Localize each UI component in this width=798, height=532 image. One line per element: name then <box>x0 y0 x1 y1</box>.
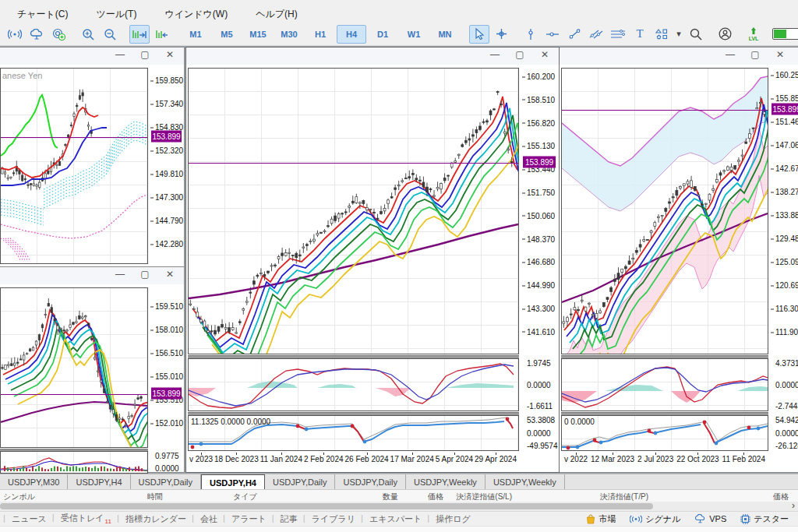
bid-price-badge: 153.899 <box>151 388 182 400</box>
time-axis[interactable]: v 202318 Dec 202311 Jan 20242 Feb 202426… <box>189 453 517 463</box>
tab-usdjpy-h4-active[interactable]: USDJPY,H4 <box>201 474 265 490</box>
timeframe-m5[interactable]: M5 <box>212 25 242 44</box>
toolbox-tab-journal[interactable]: 操作ログ <box>429 513 478 525</box>
status-bar <box>0 526 798 532</box>
price-scale[interactable]: 160.250155.855151.460147.065142.670138.2… <box>770 65 798 472</box>
timeframe-w1[interactable]: W1 <box>399 25 429 44</box>
channel-tool[interactable] <box>586 25 606 44</box>
minimize-button[interactable]: — <box>114 269 126 280</box>
chart-window-bottom-left[interactable]: — ▢ ✕ 159.510158.010156.510155.010153.51… <box>0 266 185 473</box>
timeframe-h1[interactable]: H1 <box>305 25 335 44</box>
toolbox-tab-company[interactable]: 会社 <box>193 513 224 525</box>
tab-usdjpy-m30[interactable]: USDJPY,M30 <box>0 474 68 490</box>
broadcast-icon[interactable] <box>5 25 25 44</box>
tab-usdjpy-daily[interactable]: USDJPY,Daily <box>131 474 202 490</box>
menu-chart[interactable]: チャート(C) <box>6 6 79 23</box>
market-button[interactable]: 市場 <box>586 513 616 525</box>
chart-shift-button[interactable] <box>151 25 171 44</box>
timeframe-m1[interactable]: M1 <box>181 25 210 44</box>
tab-usdjpy-weekly[interactable]: USDJPY,Weekly <box>406 474 486 490</box>
price-chart[interactable] <box>0 287 148 448</box>
price-chart[interactable] <box>188 68 519 354</box>
lvl-level-icon[interactable]: LVL <box>743 25 764 44</box>
scrollbar-thumb[interactable] <box>0 503 653 509</box>
toolbox-tab-alerts[interactable]: アラート <box>224 513 274 525</box>
macd-subwindow[interactable] <box>561 358 768 411</box>
account-icon[interactable] <box>715 25 735 44</box>
toolbox-tab-calendar[interactable]: 指標カレンダー <box>118 513 193 525</box>
search-icon[interactable] <box>686 25 706 44</box>
minimize-button[interactable]: — <box>724 49 736 60</box>
crosshair-tool-button[interactable] <box>491 25 511 44</box>
zoom-out-icon[interactable] <box>100 25 120 44</box>
window-titlebar[interactable]: — ▢ ✕ <box>0 267 184 285</box>
minimize-button[interactable]: — <box>114 49 126 60</box>
chart-tab-bar: USDJPY,M30 USDJPY,H4 USDJPY,Daily USDJPY… <box>0 474 798 490</box>
toolbox-tab-library[interactable]: ライブラリ <box>305 513 362 525</box>
maximize-button[interactable]: ▢ <box>139 269 151 280</box>
cloud-icon[interactable] <box>26 25 47 44</box>
vps-cloud-icon <box>694 514 706 523</box>
timeframe-mn[interactable]: MN <box>430 25 460 44</box>
close-button[interactable]: ✕ <box>164 269 176 280</box>
timeframe-m30[interactable]: M30 <box>274 25 304 44</box>
toolbox-tab-news[interactable]: ニュース <box>5 513 54 525</box>
window-titlebar[interactable]: — ▢ ✕ <box>560 48 798 65</box>
menu-tools[interactable]: ツール(T) <box>86 6 148 23</box>
tester-button[interactable]: テスター <box>740 513 789 525</box>
vertical-line-tool[interactable] <box>521 25 541 44</box>
zoom-in-icon[interactable] <box>78 25 98 44</box>
tab-usdjpy-daily-2[interactable]: USDJPY,Daily <box>265 474 336 490</box>
tab-usdjpy-weekly-2[interactable]: USDJPY,Weekly <box>486 474 565 490</box>
macd-subwindow[interactable] <box>188 358 519 411</box>
maximize-button[interactable]: ▢ <box>749 49 761 60</box>
price-scale[interactable]: 160.200158.510156.820155.130153.440151.7… <box>521 65 559 472</box>
scroll-right-icon[interactable]: › <box>792 500 795 511</box>
chart-window-center-active[interactable]: — ▢ ✕ 11.1325 0.0000 0.0000 v 202318 Dec… <box>185 47 560 473</box>
toolbox-tab-experts[interactable]: エキスパート <box>362 513 429 525</box>
oscillator-subwindow[interactable]: 0 0.0000 <box>561 415 768 451</box>
toolbox-tab-articles[interactable]: 記事 <box>274 513 305 525</box>
menu-window[interactable]: ウインドウ(W) <box>154 6 238 23</box>
close-button[interactable]: ✕ <box>538 49 551 60</box>
timeframe-h4[interactable]: H4 <box>337 25 366 44</box>
maximize-button[interactable]: ▢ <box>139 49 151 60</box>
shapes-dropdown-icon[interactable]: ▾ <box>673 25 684 44</box>
inbox-count-badge: 11 <box>105 518 111 525</box>
price-scale[interactable]: 159.510158.010156.510155.010153.510152.0… <box>150 284 185 472</box>
timeframe-m15[interactable]: M15 <box>243 25 273 44</box>
cursor-tool-button[interactable] <box>469 25 489 44</box>
text-tool[interactable]: T <box>630 25 650 44</box>
timeframe-d1[interactable]: D1 <box>368 25 397 44</box>
time-axis[interactable]: v 202212 Mar 20232 Jul 202322 Oct 202311… <box>564 453 765 463</box>
fibonacci-tool[interactable] <box>608 25 628 44</box>
oscillator-subwindow[interactable]: 11.1325 0.0000 0.0000 <box>188 415 519 451</box>
auto-scroll-button[interactable] <box>129 25 150 44</box>
maximize-button[interactable]: ▢ <box>514 49 526 60</box>
community-add-icon[interactable] <box>48 25 69 44</box>
menu-help[interactable]: ヘルプ(H) <box>245 6 309 23</box>
window-titlebar[interactable]: — ▢ ✕ <box>0 48 184 65</box>
oscillator-subwindow[interactable] <box>0 451 148 474</box>
tab-usdjpy-daily-3[interactable]: USDJPY,Daily <box>335 474 406 490</box>
bid-price-badge: 153.899 <box>772 104 798 115</box>
trendline-tool[interactable] <box>564 25 584 44</box>
horizontal-line-tool[interactable] <box>542 25 563 44</box>
price-chart[interactable] <box>561 68 768 354</box>
close-button[interactable]: ✕ <box>774 49 786 60</box>
close-button[interactable]: ✕ <box>164 49 176 60</box>
chart-window-right[interactable]: — ▢ ✕ 0 0.0000 v 202212 Mar 20232 Jul 20… <box>559 47 798 473</box>
shapes-tool[interactable] <box>651 25 672 44</box>
connection-level-indicator <box>772 28 798 40</box>
tester-chip-icon <box>740 514 750 524</box>
minimize-button[interactable]: — <box>489 49 501 60</box>
tab-usdjpy-h4[interactable]: USDJPY,H4 <box>68 474 130 490</box>
window-titlebar[interactable]: — ▢ ✕ <box>186 48 559 65</box>
horizontal-scrollbar[interactable]: › <box>0 502 798 511</box>
bid-price-badge: 153.899 <box>523 157 556 168</box>
price-chart[interactable]: anese Yen <box>0 68 148 264</box>
toolbox-tab-inbox[interactable]: 受信トレイ11 <box>54 513 118 525</box>
vps-button[interactable]: VPS <box>694 514 726 523</box>
signals-button[interactable]: シグナル <box>630 513 680 525</box>
toolbox-column-headers[interactable]: シンボル時間タイプ数量価格決済逆指値(S/L)決済指値(T/P)価格 <box>0 489 798 502</box>
